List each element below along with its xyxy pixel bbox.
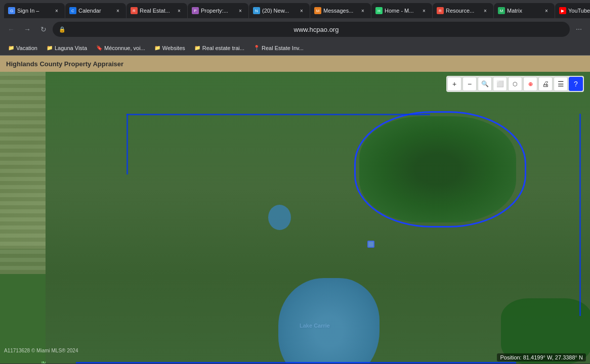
boundary-road-top — [127, 114, 430, 115]
bookmark-icon-meconnue: 🔖 — [96, 45, 102, 51]
back-button[interactable]: ← — [4, 22, 18, 36]
tab-favicon-calendar: C — [69, 7, 76, 14]
tab-favicon-matrix: M — [498, 7, 505, 14]
tab-calendar[interactable]: C Calendar × — [65, 3, 126, 18]
measure-button[interactable]: ⊕ — [523, 77, 537, 91]
map-container[interactable]: Highlands County Property Appraiser + − … — [0, 56, 590, 363]
tab-favicon-youtube: ▶ — [559, 7, 566, 14]
boundary-right — [579, 114, 581, 316]
bookmark-folder-icon-laguna: 📁 — [47, 45, 53, 51]
tab-close-home[interactable]: × — [420, 7, 428, 15]
tab-bar: G Sign In – × C Calendar × R Real Estat.… — [0, 0, 590, 18]
bookmark-label-laguna: Laguna Vista — [55, 45, 87, 51]
map-header: Highlands County Property Appraiser — [0, 56, 590, 72]
address-bar[interactable]: 🔒 www.hcpao.org — [53, 22, 570, 37]
boundary-road-left — [127, 114, 128, 174]
tab-favicon-home: H — [375, 7, 383, 14]
tab-label-realestate: Real Estat... — [140, 8, 173, 14]
address-text: www.hcpao.org — [69, 26, 564, 33]
tab-close-matrix[interactable]: × — [542, 7, 551, 15]
bookmark-folder-icon-training: 📁 — [194, 45, 200, 51]
zoom-in-button[interactable]: + — [447, 77, 461, 91]
tab-close-signin[interactable]: × — [53, 7, 61, 15]
browser-menu-button[interactable]: ⋯ — [572, 22, 586, 36]
tab-favicon-news: N — [253, 7, 260, 14]
tab-label-signin: Sign In – — [17, 8, 51, 14]
map-controls: + − 🔍 ⬜ ⬡ ⊕ 🖨 ☰ ? — [446, 76, 584, 92]
tab-close-messages[interactable]: × — [359, 7, 367, 15]
bookmark-folder-icon-vacation: 📁 — [8, 45, 14, 51]
bookmark-websites[interactable]: 📁 Websites — [150, 42, 189, 54]
bookmark-laguna[interactable]: 📁 Laguna Vista — [43, 42, 91, 54]
tab-resources[interactable]: R Resource... × — [433, 3, 493, 18]
tab-label-messages: Messages... — [323, 8, 357, 14]
map-title: Highlands County Property Appraiser — [6, 60, 123, 68]
tab-youtube[interactable]: ▶ YouTube × — [555, 3, 590, 18]
help-button[interactable]: ? — [569, 77, 583, 91]
striped-field — [0, 72, 46, 274]
tab-favicon-realestate: R — [131, 7, 138, 14]
tab-close-resources[interactable]: × — [481, 7, 489, 15]
zoom-out-button[interactable]: − — [462, 77, 477, 91]
bookmark-realestate-inv[interactable]: 📍 Real Estate Inv... — [249, 42, 308, 54]
tab-realestate[interactable]: R Real Estat... × — [127, 3, 187, 18]
bookmark-folder-icon-websites: 📁 — [154, 45, 160, 51]
polygon-tool-button[interactable]: ⬡ — [508, 77, 522, 91]
tab-signin[interactable]: G Sign In – × — [4, 3, 65, 18]
bookmark-icon-inv: 📍 — [254, 45, 260, 51]
tab-favicon-messages: M — [314, 7, 321, 14]
print-button[interactable]: 🖨 — [538, 77, 553, 91]
layers-button[interactable]: ☰ — [554, 77, 568, 91]
bookmark-vacation[interactable]: 📁 Vacation — [4, 42, 41, 54]
tab-close-property[interactable]: × — [236, 7, 244, 15]
bookmark-label-training: Real estate trai... — [202, 45, 244, 51]
tab-label-property: Property:... — [201, 8, 234, 14]
small-pond — [268, 205, 291, 230]
bookmarks-bar: 📁 Vacation 📁 Laguna Vista 🔖 Méconnue, vo… — [0, 40, 590, 56]
lake-carrie — [278, 278, 380, 363]
coordinate-display: Position: 81.4199° W, 27.3388° N — [497, 353, 586, 361]
search-map-button[interactable]: 🔍 — [478, 77, 492, 91]
tab-label-matrix: Matrix — [507, 8, 540, 14]
tab-label-youtube: YouTube — [568, 8, 590, 14]
tab-favicon-property: P — [192, 7, 199, 14]
tab-news[interactable]: N (20) New... × — [249, 3, 310, 18]
tab-favicon-signin: G — [8, 7, 15, 14]
tab-matrix[interactable]: M Matrix × — [494, 3, 555, 18]
tab-close-calendar[interactable]: × — [114, 7, 122, 15]
tab-property[interactable]: P Property:... × — [188, 3, 248, 18]
bookmark-label-meconnue: Méconnue, voi... — [104, 45, 145, 51]
browser-toolbar: ← → ↻ 🔒 www.hcpao.org ⋯ — [0, 18, 590, 40]
wooded-boundary-line — [354, 111, 526, 228]
select-polygon-button[interactable]: ⬜ — [493, 77, 507, 91]
security-icon: 🔒 — [59, 26, 66, 33]
forward-button[interactable]: → — [20, 22, 34, 36]
bookmark-realestate-training[interactable]: 📁 Real estate trai... — [190, 42, 248, 54]
copyright-text: A11713628 © Miami MLS® 2024 — [4, 348, 78, 353]
tab-label-news: (20) New... — [262, 8, 296, 14]
tab-label-calendar: Calendar — [78, 8, 112, 14]
tab-close-realestate[interactable]: × — [175, 7, 183, 15]
browser: G Sign In – × C Calendar × R Real Estat.… — [0, 0, 590, 56]
tab-label-resources: Resource... — [446, 8, 479, 14]
tab-home[interactable]: H Home - M... × — [371, 3, 432, 18]
tab-label-home: Home - M... — [385, 8, 418, 14]
bookmark-label-websites: Websites — [162, 45, 185, 51]
tab-close-news[interactable]: × — [298, 7, 306, 15]
refresh-button[interactable]: ↻ — [36, 22, 51, 36]
tab-messages[interactable]: M Messages... × — [310, 3, 371, 18]
tab-favicon-resources: R — [437, 7, 444, 14]
property-marker[interactable] — [367, 241, 374, 248]
bookmark-meconnue[interactable]: 🔖 Méconnue, voi... — [92, 42, 149, 54]
boundary-bottom — [76, 362, 516, 363]
bookmark-label-vacation: Vacation — [16, 45, 37, 51]
bookmark-label-inv: Real Estate Inv... — [262, 45, 304, 51]
